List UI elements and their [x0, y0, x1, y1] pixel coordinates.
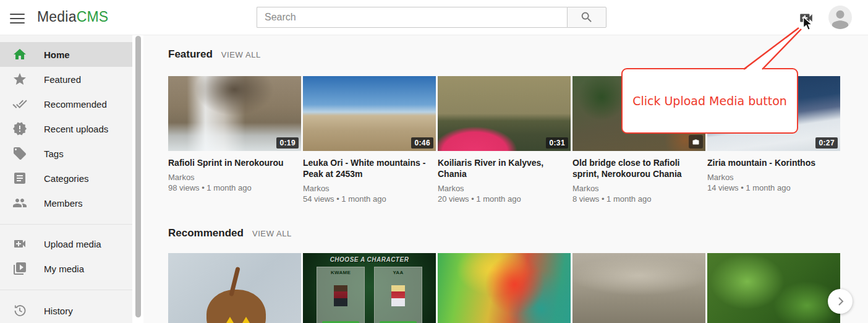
tag-icon	[12, 146, 27, 161]
media-card: 0:31 Koiliaris River in Kalyves, Chania …	[438, 76, 571, 204]
done-all-icon	[12, 97, 27, 111]
duration-badge: 0:31	[546, 137, 568, 149]
people-icon	[12, 196, 27, 210]
categories-icon	[12, 171, 27, 186]
media-meta: 98 views • 1 month ago	[168, 183, 301, 193]
camera-icon	[692, 139, 700, 145]
media-title[interactable]: Rafioli Sprint in Nerokourou	[168, 157, 301, 168]
media-author[interactable]: Markos	[303, 183, 436, 194]
media-thumbnail[interactable]: 0:46	[303, 76, 436, 151]
sidebar-item-categories[interactable]: Categories	[0, 166, 132, 191]
sidebar-label: Tags	[44, 149, 64, 159]
sidebar-item-upload-media[interactable]: Upload media	[0, 231, 132, 256]
sidebar-label: Home	[44, 50, 70, 60]
media-card	[168, 253, 301, 323]
chevron-right-icon	[833, 294, 848, 309]
sidebar-item-members[interactable]: Members	[0, 191, 132, 215]
video-library-icon	[12, 261, 27, 276]
logo-text-media: Media	[37, 9, 77, 25]
media-title[interactable]: Koiliaris River in Kalyves, Chania	[438, 157, 571, 179]
search-icon	[580, 11, 594, 24]
media-title[interactable]: Old bridge close to Rafioli sprint, Nero…	[572, 157, 705, 179]
app-logo[interactable]: MediaCMS	[37, 9, 108, 25]
media-card	[707, 253, 840, 323]
history-icon	[12, 303, 27, 318]
sidebar-label: Featured	[44, 74, 81, 85]
character-panel: YAA Select	[374, 267, 422, 323]
media-author[interactable]: Markos	[168, 172, 301, 183]
view-all-link[interactable]: VIEW ALL	[252, 229, 292, 238]
media-meta: 54 views • 1 month ago	[303, 194, 436, 204]
image-type-badge	[689, 135, 703, 149]
sidebar-item-tags[interactable]: Tags	[0, 141, 132, 166]
section-title: Featured	[168, 48, 213, 61]
duration-badge: 0:19	[276, 137, 299, 149]
sidebar-item-home[interactable]: Home	[0, 42, 132, 67]
media-card	[438, 253, 571, 323]
sidebar-scrollbar[interactable]	[132, 35, 143, 323]
thumbnail-overlay-text: CHOOSE A CHARACTER	[303, 256, 436, 263]
media-card: 0:19 Rafioli Sprint in Nerokourou Markos…	[168, 76, 301, 204]
media-card	[572, 253, 705, 323]
sidebar-item-history[interactable]: History	[0, 298, 132, 323]
hamburger-menu-icon[interactable]	[10, 11, 25, 25]
media-thumbnail[interactable]	[168, 253, 301, 323]
character-name: YAA	[375, 270, 422, 275]
scroll-next-button[interactable]	[828, 289, 853, 314]
character-name: KWAME	[317, 270, 364, 275]
section-title: Recommended	[168, 227, 244, 239]
media-thumbnail[interactable]	[572, 253, 705, 323]
star-icon	[12, 72, 27, 87]
media-title[interactable]: Ziria mountain - Korinthos	[707, 157, 840, 168]
person-icon	[828, 6, 852, 29]
media-author[interactable]: Markos	[438, 183, 571, 194]
scrollbar-thumb[interactable]	[135, 36, 141, 317]
media-author[interactable]: Markos	[572, 183, 705, 194]
new-releases-icon	[12, 121, 27, 136]
media-meta: 14 views • 1 month ago	[707, 183, 840, 193]
sidebar-item-my-media[interactable]: My media	[0, 256, 132, 281]
sidebar-label: Recent uploads	[44, 124, 108, 134]
media-card: CHOOSE A CHARACTER KWAME Selected YAA Se…	[303, 253, 436, 323]
pumpkin-eyes-decor	[221, 314, 258, 323]
view-all-link[interactable]: VIEW ALL	[221, 50, 261, 59]
sidebar-item-featured[interactable]: Featured	[0, 67, 132, 92]
sidebar-label: Categories	[44, 173, 89, 184]
search-bar	[257, 7, 606, 28]
sidebar: Home Featured Recommended Recent uploads…	[0, 35, 132, 323]
character-sprite	[391, 285, 405, 306]
search-input[interactable]	[257, 7, 567, 28]
media-thumbnail[interactable]	[707, 253, 840, 323]
search-button[interactable]	[567, 7, 606, 28]
logo-text-cms: CMS	[77, 9, 109, 25]
media-thumbnail[interactable]	[438, 253, 571, 323]
media-author[interactable]: Markos	[707, 172, 840, 183]
media-card: 0:46 Leuka Ori - White mountains - Peak …	[303, 76, 436, 204]
sidebar-item-recommended[interactable]: Recommended	[0, 92, 132, 116]
duration-badge: 0:27	[815, 137, 838, 149]
sidebar-label: My media	[44, 264, 84, 274]
sidebar-label: Members	[44, 198, 83, 209]
media-meta: 8 views • 1 month ago	[572, 194, 705, 204]
media-thumbnail[interactable]: 0:31	[438, 76, 571, 151]
sidebar-item-recent-uploads[interactable]: Recent uploads	[0, 116, 132, 141]
character-sprite	[334, 285, 347, 306]
top-bar: MediaCMS	[0, 0, 868, 35]
annotation-callout: Click Upload Media button	[621, 68, 798, 134]
sidebar-label: Upload media	[44, 239, 101, 249]
mouse-cursor	[802, 16, 815, 31]
upload-media-icon	[12, 236, 27, 251]
sidebar-label: Recommended	[44, 99, 107, 110]
media-meta: 20 views • 1 month ago	[438, 194, 571, 204]
annotation-text: Click Upload Media button	[632, 94, 787, 108]
media-thumbnail[interactable]: 0:19	[168, 76, 301, 151]
media-thumbnail[interactable]: CHOOSE A CHARACTER KWAME Selected YAA Se…	[303, 253, 436, 323]
duration-badge: 0:46	[411, 137, 433, 149]
sidebar-label: History	[44, 306, 73, 316]
recommended-section: Recommended VIEW ALL CHOOSE A CHARACTER …	[168, 227, 868, 323]
home-icon	[12, 47, 27, 62]
user-avatar[interactable]	[828, 6, 852, 29]
character-panel: KWAME Selected	[317, 267, 365, 323]
media-title[interactable]: Leuka Ori - White mountains - Peak at 24…	[303, 157, 436, 179]
